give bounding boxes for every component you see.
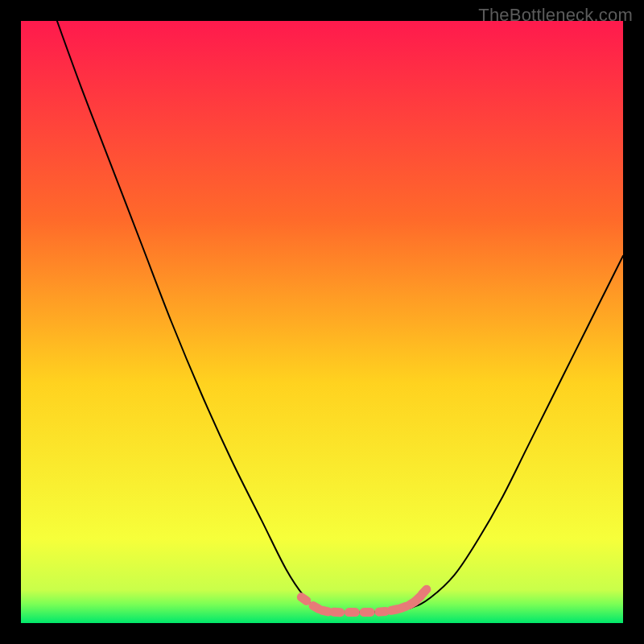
data-marker — [329, 608, 345, 617]
plot-area — [21, 21, 623, 623]
gradient-background — [21, 21, 623, 623]
data-marker — [359, 608, 374, 617]
chart-frame: TheBottleneck.com — [0, 0, 644, 644]
watermark-text: TheBottleneck.com — [478, 5, 633, 26]
data-marker — [345, 608, 360, 617]
chart-svg — [21, 21, 623, 623]
